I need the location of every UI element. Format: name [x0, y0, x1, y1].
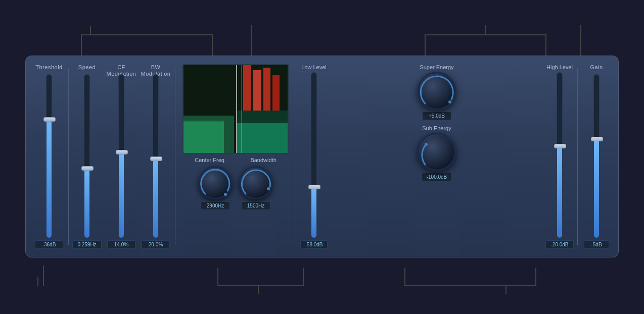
gain-track[interactable]: [593, 74, 600, 238]
bracket-super-ann: [485, 25, 486, 34]
speed-track[interactable]: [84, 74, 90, 238]
cf-track[interactable]: [118, 74, 124, 238]
svg-point-15: [425, 143, 428, 146]
cf-value[interactable]: 14.0%: [107, 240, 135, 249]
bracket-sub-v1: [404, 268, 405, 286]
low-level-label: Low Level: [301, 64, 327, 70]
threshold-track[interactable]: [46, 74, 52, 238]
super-energy-arc: [419, 73, 457, 112]
threshold-fill: [47, 120, 52, 238]
super-energy-value[interactable]: +5.0dB: [422, 112, 451, 120]
sub-energy-group: Sub Energy -100.0dB: [335, 125, 539, 181]
svg-rect-7: [263, 68, 270, 111]
low-level-track-container: [300, 72, 328, 238]
cf-modulation-section: CFModulation 14.0%: [104, 64, 139, 249]
high-level-track[interactable]: [557, 72, 563, 238]
center-freq-knob[interactable]: [199, 166, 232, 199]
bracket-line-curseurs-v1: [81, 34, 82, 56]
super-energy-label: Super Energy: [420, 64, 453, 70]
threshold-label: Threshold: [35, 64, 62, 72]
high-level-fill: [557, 147, 562, 238]
bw-modulation-section: BWModulation 20.0%: [139, 64, 173, 249]
sub-energy-arc: [419, 134, 457, 173]
svg-rect-3: [237, 123, 289, 154]
bracket-sub-v2: [535, 268, 536, 286]
center-freq-arc: [200, 168, 234, 201]
annotation-ecran: Écrangraphique: [227, 4, 293, 22]
svg-point-12: [224, 193, 227, 196]
svg-rect-5: [243, 65, 251, 111]
cf-modulation-label: CFModulation: [107, 64, 136, 72]
bandwidth-value[interactable]: 1500Hz: [241, 201, 270, 210]
high-level-value[interactable]: -20.0dB: [545, 240, 574, 249]
super-energy-group: Super Energy +5.0dB: [335, 64, 539, 120]
svg-point-14: [448, 100, 451, 103]
gain-handle[interactable]: [591, 137, 603, 141]
speed-section: Speed 0.259Hz: [70, 64, 104, 249]
svg-point-13: [267, 187, 270, 190]
super-energy-knob[interactable]: [418, 72, 456, 110]
speed-handle[interactable]: [81, 166, 94, 171]
speed-value[interactable]: 0.259Hz: [72, 240, 102, 249]
speed-label: Speed: [78, 64, 96, 72]
graphic-svg: [183, 65, 289, 154]
graphic-display: [182, 64, 289, 154]
low-level-track[interactable]: [311, 72, 317, 238]
annotation-curseurs: Curseurs Speed, CF Modulation et BW Modu…: [48, 4, 134, 22]
gain-track-container: [582, 74, 611, 238]
bw-fill: [153, 160, 158, 238]
cf-fill: [119, 153, 124, 238]
bracket-poten-h: [217, 285, 303, 286]
gain-value[interactable]: -5dB: [584, 240, 609, 249]
high-level-track-container: [546, 72, 573, 238]
bracket-gain-ann: [580, 25, 581, 34]
bracket-poten-v1: [217, 268, 218, 286]
cf-track-container: [106, 74, 136, 238]
threshold-section: Threshold -36dB: [31, 64, 67, 249]
threshold-handle[interactable]: [43, 117, 56, 122]
sub-energy-value[interactable]: -100.0dB: [422, 173, 452, 181]
threshold-track-container: [34, 74, 64, 238]
bw-value[interactable]: 20.0%: [142, 240, 170, 249]
sub-energy-label: Sub Energy: [422, 125, 451, 131]
gain-label: Gain: [590, 64, 603, 72]
gain-fill: [594, 140, 599, 238]
annotation-commandes-super: Commandes SuperEnergy et High Level: [364, 4, 460, 22]
bw-track[interactable]: [153, 74, 159, 238]
bandwidth-arc: [241, 168, 274, 201]
bracket-poten-ann: [258, 285, 259, 294]
knobs-row: 2900Hz 1500Hz: [199, 166, 272, 210]
bracket-line-curseurs-h: [81, 34, 212, 35]
threshold-value[interactable]: -36dB: [35, 240, 63, 249]
low-level-handle[interactable]: [308, 185, 320, 189]
annotation-curseur-gain: CurseurGain: [577, 4, 633, 22]
bw-modulation-label: BWModulation: [141, 64, 171, 72]
high-level-label: High Level: [546, 64, 573, 70]
svg-rect-4: [237, 111, 289, 123]
bracket-super-h: [425, 34, 546, 35]
annotation-commandes-sub: Commandes SubEnergy et Low Level: [500, 287, 588, 305]
bandwidth-knob[interactable]: [239, 166, 272, 199]
low-level-section: Low Level -58.0dB: [298, 64, 330, 249]
bracket-sub-h: [404, 285, 536, 286]
outer-wrapper: Curseurs Speed, CF Modulation et BW Modu…: [0, 0, 644, 314]
low-level-fill: [311, 188, 316, 238]
bandwidth-knob-section: 1500Hz: [239, 166, 272, 210]
center-freq-value[interactable]: 2900Hz: [201, 201, 230, 210]
bracket-poten-v2: [303, 268, 304, 286]
bracket-ecran-v: [251, 34, 252, 56]
cf-handle[interactable]: [116, 150, 128, 154]
annotation-potentiometres: Potentiomètres CenterFreq. et Bandwidth: [134, 287, 233, 305]
high-level-handle[interactable]: [554, 144, 566, 148]
bracket-line-ann-v: [90, 26, 91, 35]
bracket-super-v1: [425, 34, 426, 56]
svg-rect-8: [272, 75, 280, 111]
speed-track-container: [72, 74, 102, 238]
bracket-thresh-ann: [37, 277, 38, 286]
sub-energy-knob[interactable]: [418, 133, 456, 171]
center-freq-knob-section: 2900Hz: [199, 166, 232, 210]
bracket-ecran-ann: [251, 25, 252, 34]
low-level-value[interactable]: -58.0dB: [300, 240, 328, 249]
bw-handle[interactable]: [150, 156, 162, 161]
bracket-gain-v: [580, 34, 581, 56]
